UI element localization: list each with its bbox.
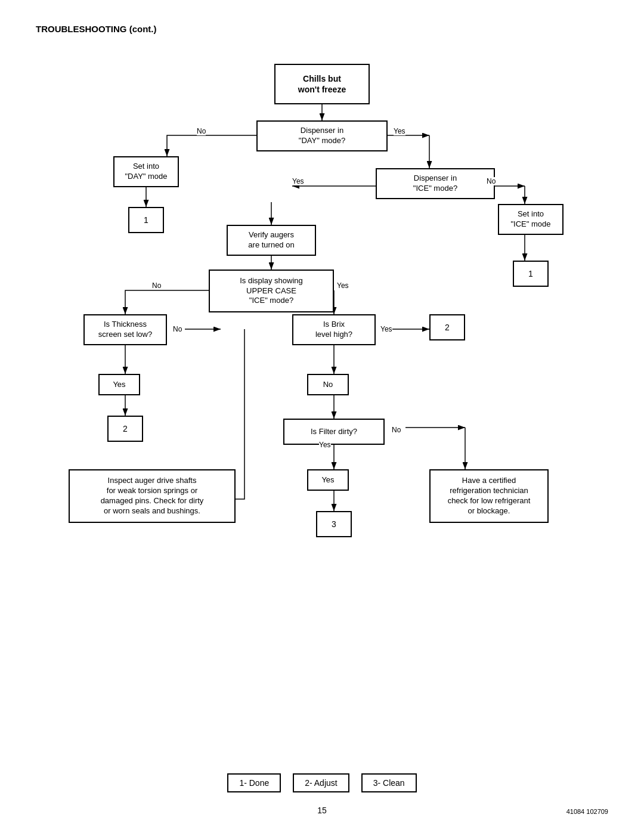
flowchart: Chills but won't freeze Dispenser in"DAY… — [36, 52, 608, 755]
technician-box: Have a certifiedrefrigeration technician… — [429, 469, 549, 523]
step3-box: 3 — [316, 511, 352, 537]
legend-item-3: 3- Clean — [361, 773, 417, 792]
dispenser-day-box: Dispenser in"DAY" mode? — [256, 120, 388, 151]
label-no5: No — [392, 426, 401, 434]
filter-box: Is Filter dirty? — [283, 419, 385, 445]
step1b-box: 1 — [513, 261, 549, 287]
start-box: Chills but won't freeze — [274, 64, 370, 104]
label-no1: No — [197, 127, 206, 135]
yes-thickness-box: Yes — [98, 374, 140, 395]
legend-item-1: 1- Done — [227, 773, 281, 792]
set-day-box: Set into"DAY" mode — [113, 156, 179, 187]
page: TROUBLESHOOTING (cont.) — [0, 0, 644, 833]
label-no3: No — [152, 281, 161, 290]
label-yes1: Yes — [394, 127, 405, 135]
label-no2: No — [487, 177, 496, 185]
label-yes5: Yes — [319, 441, 331, 449]
display-ice-box: Is display showingUPPER CASE"ICE" mode? — [209, 270, 334, 312]
yes-filter-box: Yes — [307, 469, 349, 491]
label-yes4: Yes — [380, 325, 392, 333]
legend-area: 1- Done 2- Adjust 3- Clean — [36, 773, 608, 792]
no-brix-box: No — [307, 374, 349, 395]
thickness-box: Is Thicknessscreen set low? — [83, 314, 167, 345]
brix-box: Is Brixlevel high? — [292, 314, 376, 345]
doc-number: 41084 102709 — [566, 808, 608, 815]
page-number: 15 — [317, 806, 327, 815]
set-ice-box: Set into"ICE" mode — [498, 204, 564, 235]
label-no4: No — [173, 325, 182, 333]
verify-augers-box: Verify augersare turned on — [227, 225, 316, 256]
page-title: TROUBLESHOOTING (cont.) — [36, 24, 608, 34]
step2a-box: 2 — [107, 416, 143, 442]
label-yes2: Yes — [292, 177, 304, 185]
label-yes3: Yes — [337, 281, 349, 290]
step2b-box: 2 — [429, 314, 465, 340]
dispenser-ice-box: Dispenser in"ICE" mode? — [376, 168, 495, 199]
legend-item-2: 2- Adjust — [293, 773, 349, 792]
step1a-box: 1 — [128, 207, 164, 233]
inspect-auger-box: Inspect auger drive shaftsfor weak torsi… — [69, 469, 236, 523]
